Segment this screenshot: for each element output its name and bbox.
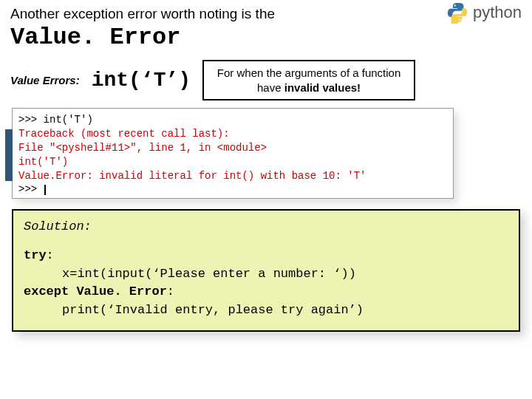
- terminal-line-4: int('T'): [18, 155, 447, 169]
- python-icon: [446, 1, 468, 24]
- terminal-prompt: >>>: [18, 114, 44, 126]
- sol-line-2: x=int(input(‘Please enter a number: ‘)): [62, 265, 356, 284]
- terminal-line-5: Value.Error: invalid literal for int() w…: [18, 169, 447, 183]
- explanation-box: For when the arguments of a function hav…: [202, 60, 415, 100]
- solution-code: try: x=int(input(‘Please enter a number:…: [24, 247, 508, 320]
- kw-try: try: [24, 248, 47, 262]
- terminal-prompt-2: >>>: [18, 183, 44, 195]
- terminal-screenshot: >>> int('T') Traceback (most recent call…: [12, 108, 454, 199]
- terminal-line-2: Traceback (most recent call last):: [18, 127, 447, 141]
- sol-line-4: print(‘Invalid entry, please try again’): [62, 301, 364, 320]
- solution-box: Solution: try: x=int(input(‘Please enter…: [12, 209, 520, 331]
- terminal-line-3: File "<pyshell#11>", line 1, in <module>: [18, 141, 447, 155]
- sol-l1-colon: :: [47, 248, 54, 262]
- explanation-bold: invalid values!: [284, 81, 361, 94]
- example-code: int(‘T’): [92, 69, 191, 92]
- terminal-line-1: int('T'): [44, 114, 93, 126]
- kw-valueerror: Value. Error: [76, 284, 166, 299]
- sol-l3-space: [69, 284, 76, 299]
- sol-l3-colon: :: [167, 284, 174, 299]
- kw-except: except: [24, 284, 69, 299]
- window-edge-decoration: [5, 129, 13, 181]
- value-errors-label: Value Errors:: [10, 74, 80, 86]
- intro-text: Another exception error worth noting is …: [10, 6, 522, 22]
- cursor-icon: [44, 185, 46, 195]
- python-logo-text: python: [473, 3, 522, 22]
- heading-value-error: Value. Error: [10, 24, 522, 51]
- python-logo: python: [446, 1, 522, 24]
- solution-title: Solution:: [24, 218, 508, 236]
- example-row: Value Errors: int(‘T’) For when the argu…: [10, 60, 522, 100]
